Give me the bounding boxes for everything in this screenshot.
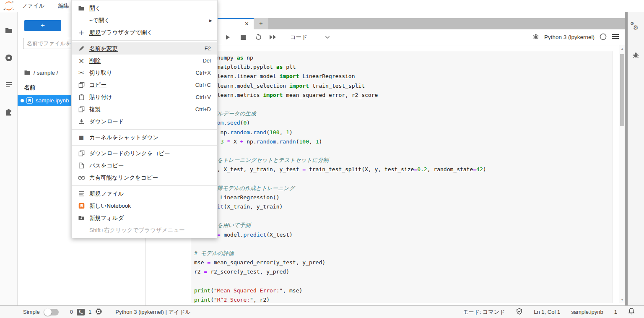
bell-icon[interactable]	[628, 308, 635, 316]
code-line	[194, 240, 613, 249]
menu-item-label: 削除	[89, 57, 203, 65]
context-menu-item[interactable]: 開く	[72, 2, 217, 14]
code-line: import numpy as np	[194, 53, 613, 63]
status-left: Simple 0 $_ 1 Python 3 (ipykernel) | アイド…	[23, 308, 191, 316]
code-line	[194, 277, 613, 286]
code-line: r2 = r2_score(y_test, y_pred)	[194, 267, 613, 276]
code-line: # データをトレーニングセットとテストセットに分割	[194, 156, 613, 165]
menu-item-label: ダウンロードのリンクをコピー	[89, 150, 217, 157]
context-menu-item[interactable]: 貼り付けCtrl+V	[72, 91, 217, 103]
notebook-scrollbar[interactable]: ▲ ▼	[619, 45, 625, 303]
context-menu-item[interactable]: 複製Ctrl+D	[72, 103, 217, 115]
plus-icon: +	[77, 29, 86, 37]
menu-item-label: ダウンロード	[89, 118, 217, 125]
chevron-down-icon	[325, 36, 330, 39]
close-icon: ×	[77, 56, 86, 65]
folderplus-icon	[77, 215, 86, 222]
breadcrumb[interactable]: / sample /	[24, 68, 58, 77]
main-area: × + コード	[146, 12, 625, 305]
scroll-up-arrow[interactable]: ▲	[619, 47, 625, 51]
panel-divider[interactable]	[625, 12, 628, 305]
menu-separator	[72, 40, 217, 41]
context-menu-item: Shift+右クリックでブラウザメニュー	[72, 224, 217, 236]
context-menu-item[interactable]: ダウンロードのリンクをコピー	[72, 147, 217, 159]
context-menu-item[interactable]: 名前を変更F2	[72, 42, 217, 55]
simple-mode-toggle[interactable]	[44, 309, 59, 315]
notebook-content: import numpy as npimport matplotlib.pypl…	[146, 45, 625, 303]
tab-close-icon[interactable]: ×	[245, 20, 249, 28]
trust-shield-icon[interactable]	[516, 308, 523, 316]
code-line: y_pred = model.predict(X_test)	[194, 230, 613, 240]
menu-item-label: 新規ファイル	[89, 190, 217, 198]
file-name: sample.ipynb	[36, 97, 69, 104]
tab-bar: × +	[146, 18, 625, 29]
jupyterlab-window: ファイル 編集 + / sample / 名前	[0, 0, 644, 318]
kernel-running-dot	[21, 99, 24, 102]
code-line: np.random.seed(0)	[194, 118, 613, 128]
context-menu-item[interactable]: パスをコピー	[72, 159, 217, 172]
menu-item-label: 名前を変更	[89, 45, 205, 52]
debugger-panel-bug-icon[interactable]	[628, 47, 644, 63]
toolbar-menu-icon[interactable]	[612, 34, 619, 41]
menu-item-label: 共有可能なリンクをコピー	[89, 174, 217, 182]
interrupt-kernel-button[interactable]	[237, 31, 249, 43]
context-menu-item[interactable]: 共有可能なリンクをコピー	[72, 172, 217, 184]
code-editor-text: import numpy as npimport matplotlib.pypl…	[191, 51, 613, 303]
context-menu-item[interactable]: コピーCtrl+C	[72, 79, 217, 91]
code-line: print("R^2 Score:", r2)	[194, 295, 613, 303]
property-inspector-gears-icon[interactable]: ⚙⚙	[628, 19, 644, 36]
cursor-position[interactable]: Ln 1, Col 1	[534, 309, 560, 315]
scrollbar-thumb[interactable]	[620, 54, 624, 126]
active-file-name[interactable]: sample.ipynb	[571, 309, 603, 315]
context-menu-item[interactable]: ■カーネルをシャットダウン	[72, 131, 217, 143]
simple-mode-label: Simple	[23, 309, 40, 315]
context-menu-item[interactable]: ダウンロード	[72, 115, 217, 128]
menu-item-label: 複製	[89, 106, 195, 113]
context-menu-item[interactable]: 新規ファイル	[72, 188, 217, 200]
running-kernels-icon[interactable]	[0, 50, 18, 66]
code-line: print("Mean Squared Error:", mse)	[194, 286, 613, 295]
menubar-item-file[interactable]: ファイル	[15, 2, 51, 10]
menu-item-label: カーネルをシャットダウン	[89, 134, 217, 141]
menu-separator	[72, 129, 217, 130]
menu-item-label: 切り取り	[89, 69, 196, 77]
terminal-icon[interactable]: $_	[77, 309, 85, 315]
extension-manager-icon[interactable]	[0, 103, 18, 120]
code-line: # サンプルデータの生成	[194, 109, 613, 118]
context-menu-item[interactable]: +新規ブラウザタブで開く	[72, 26, 217, 39]
context-menu-item[interactable]: 新規フォルダ	[72, 212, 217, 224]
submenu-arrow-icon: ▶	[209, 18, 212, 23]
scroll-down-arrow[interactable]: ▼	[619, 298, 625, 302]
code-line: y = 2 + 3 * X + np.random.randn(100, 1)	[194, 137, 613, 146]
menu-item-label: 新しいNotebook	[89, 202, 217, 210]
menu-item-shortcut: F2	[205, 45, 211, 52]
kernel-name[interactable]: Python 3 (ipykernel)	[544, 34, 595, 40]
context-menu-item[interactable]: ×削除Del	[72, 55, 217, 67]
link-icon	[77, 176, 86, 180]
restart-kernel-button[interactable]	[252, 31, 264, 43]
run-cell-button[interactable]	[222, 31, 234, 43]
context-menu-item[interactable]: ✂切り取りCtrl+X	[72, 67, 217, 79]
scissors-icon: ✂	[77, 69, 86, 77]
mode-indicator[interactable]: モード: コマンド	[463, 308, 505, 316]
new-tab-button[interactable]: +	[254, 18, 268, 29]
context-menu-item[interactable]: ~で開く▶	[72, 14, 217, 26]
menu-item-label: Shift+右クリックでブラウザメニュー	[89, 227, 217, 234]
notebook-file-icon	[26, 97, 33, 104]
cell-type-dropdown[interactable]: コード	[290, 34, 330, 41]
debugger-bug-icon[interactable]	[532, 33, 539, 41]
code-line: mse = mean_squared_error(y_test, y_pred)	[194, 258, 613, 267]
table-of-contents-icon[interactable]	[0, 76, 18, 93]
new-launcher-button[interactable]: +	[24, 20, 61, 31]
kernel-chip-icon[interactable]	[95, 308, 102, 316]
file-browser-icon[interactable]	[0, 22, 18, 39]
context-menu-item[interactable]: 新しいNotebook	[72, 200, 217, 212]
folder-icon	[77, 5, 86, 12]
status-right: モード: コマンド Ln 1, Col 1 sample.ipynb 1	[463, 308, 635, 316]
code-cell-editor[interactable]: import numpy as npimport matplotlib.pypl…	[191, 51, 613, 303]
menu-item-shortcut: Ctrl+C	[195, 82, 211, 88]
run-all-cells-button[interactable]	[267, 31, 278, 43]
kernel-status-circle-icon[interactable]	[600, 33, 607, 42]
menu-item-label: 新規フォルダ	[89, 214, 217, 222]
kernel-status-text[interactable]: Python 3 (ipykernel) | アイドル	[115, 308, 190, 316]
